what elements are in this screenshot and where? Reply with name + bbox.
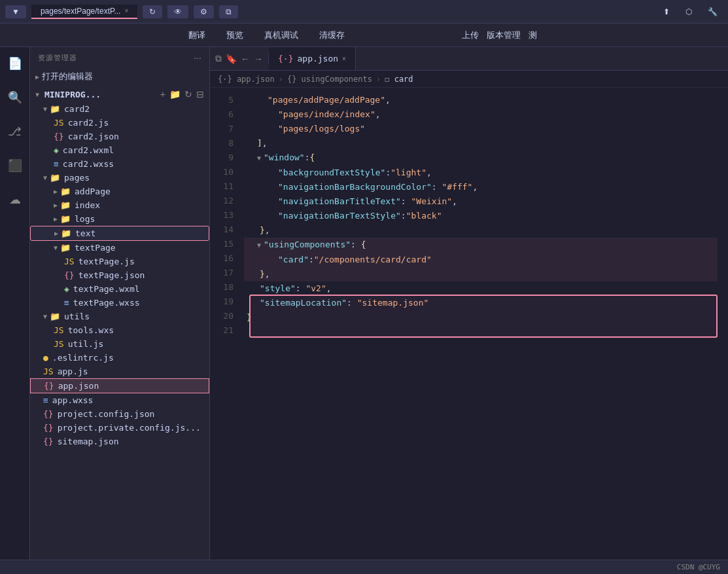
tree-item-textpage[interactable]: ▼ 📁 textPage [30, 241, 209, 255]
tree-item-utiljs[interactable]: JS util.js [30, 337, 209, 351]
breadcrumb-card[interactable]: ☐ card [385, 75, 413, 84]
split-editor-button[interactable]: ⧉ [215, 53, 222, 64]
code-area: 5 6 7 8 9 10 11 12 13 14 15 16 17 18 19 … [210, 88, 728, 560]
tree-item-addpage[interactable]: ▶ 📁 addPage [30, 185, 209, 198]
tree-item-card2wxml[interactable]: ◈ card2.wxml [30, 143, 209, 157]
preview-button[interactable]: 👁 [167, 5, 188, 18]
tree-item-card2json[interactable]: {} card2.json [30, 130, 209, 143]
json-file-icon: {} [44, 381, 54, 391]
collapse-all-button[interactable]: ⊟ [196, 89, 204, 99]
files-icon: 📄 [8, 56, 22, 71]
wxss-file-icon: ≡ [43, 395, 48, 405]
code-line-17: }, [244, 267, 718, 281]
tree-item-label: tools.wxs [68, 325, 114, 335]
tree-item-sitemap[interactable]: {} sitemap.json [30, 435, 209, 448]
menu-bar: 翻译 预览 真机调试 清缓存 上传 版本管理 测 [0, 24, 728, 47]
source-control-icon: ⎇ [8, 124, 22, 139]
new-folder-button[interactable]: 📁 [169, 89, 181, 99]
chevron-icon: ▼ [43, 174, 47, 181]
version-icon-button[interactable]: ⬡ [680, 5, 697, 18]
tree-item-label: app.js [58, 367, 88, 376]
open-editors-label: 打开的编辑器 [42, 71, 93, 82]
tree-item-toolswxs[interactable]: JS tools.wxs [30, 323, 209, 337]
tools-button[interactable]: ⚙ [194, 5, 214, 18]
page-tab[interactable]: pages/textPage/textP... × [31, 5, 137, 19]
layers-button[interactable]: ⧉ [219, 5, 238, 18]
menu-upload[interactable]: 上传 [462, 29, 479, 41]
code-line-11: "navigationBarBackgroundColor": "#fff", [244, 180, 718, 194]
json-file-icon: {} [43, 423, 54, 433]
upload-icon-button[interactable]: ⬆ [658, 5, 675, 18]
search-icon-button[interactable]: 🔍 [4, 86, 26, 109]
tree-item-pages[interactable]: ▼ 📁 pages [30, 171, 209, 185]
folder-icon: 📁 [50, 312, 60, 321]
menu-translate[interactable]: 翻译 [183, 27, 211, 44]
open-editors-section[interactable]: ▶ 打开的编辑器 [30, 68, 209, 85]
tree-item-projectprivate[interactable]: {} project.private.config.js... [30, 421, 209, 435]
cloud-icon: ☁ [9, 192, 21, 207]
code-line-5: "pages/addPage/addPage", [244, 93, 718, 107]
layers-icon: ⧉ [226, 7, 232, 16]
tree-item-utils[interactable]: ▼ 📁 utils [30, 310, 209, 323]
tree-item-card2[interactable]: ▼ 📁 card2 [30, 102, 209, 116]
tree-item-textpagewxss[interactable]: ≡ textPage.wxss [30, 296, 209, 310]
menu-clear-save[interactable]: 清缓存 [314, 27, 350, 44]
refresh-explorer-button[interactable]: ↻ [184, 89, 192, 99]
extensions-icon-button[interactable]: ⬛ [4, 154, 26, 177]
breadcrumb-appjson[interactable]: {·} app.json [218, 75, 275, 84]
breadcrumb-sep1: › [279, 75, 283, 84]
code-line-20: } [244, 310, 718, 325]
breadcrumb-sep2: › [376, 75, 381, 84]
menu-device-debug[interactable]: 真机调试 [259, 27, 303, 44]
folder-icon: 📁 [61, 228, 71, 238]
breadcrumb-usingcomponents[interactable]: {} usingComponents [287, 75, 372, 84]
refresh-button[interactable]: ↻ [143, 5, 162, 18]
cloud-icon-button[interactable]: ☁ [4, 188, 26, 211]
tree-item-textpagewxml[interactable]: ◈ textPage.wxml [30, 282, 209, 296]
tree-item-projectconfig[interactable]: {} project.config.json [30, 407, 209, 421]
tree-item-eslintrc[interactable]: ● .eslintrc.js [30, 351, 209, 365]
chevron-icon: ▼ [43, 313, 47, 320]
app-json-tab[interactable]: {·} app.json × [269, 47, 356, 70]
tree-item-index[interactable]: ▶ 📁 index [30, 198, 209, 212]
tree-item-label: textPage.wxss [73, 298, 140, 308]
tab-close-button[interactable]: × [342, 55, 346, 62]
tree-item-textpagejs[interactable]: JS textPage.js [30, 255, 209, 268]
forward-button[interactable]: → [254, 54, 263, 64]
code-line-15: ▼"usingComponents": { [244, 238, 718, 253]
test-icon-button[interactable]: 🔧 [702, 5, 723, 18]
tools-icon: ⚙ [200, 7, 207, 16]
tab-close-btn[interactable]: × [124, 7, 128, 14]
tree-item-text[interactable]: ▶ 📁 text [30, 226, 209, 241]
dropdown-button[interactable]: ▼ [5, 5, 26, 18]
new-file-button[interactable]: + [160, 89, 165, 99]
explorer-more-button[interactable]: ··· [194, 52, 201, 63]
menu-version-mgmt[interactable]: 版本管理 [487, 29, 521, 41]
search-icon: 🔍 [8, 90, 22, 105]
code-line-18: "style": "v2", [244, 281, 718, 296]
tree-item-textpagejson[interactable]: {} textPage.json [30, 268, 209, 282]
code-line-9: ▼"window":{ [244, 151, 718, 166]
chevron-icon: ▶ [54, 188, 58, 195]
tree-item-appjs[interactable]: JS app.js [30, 365, 209, 378]
back-button[interactable]: ← [241, 54, 250, 64]
code-content[interactable]: "pages/addPage/addPage", "pages/index/in… [244, 93, 728, 554]
menu-test[interactable]: 测 [529, 29, 537, 41]
source-control-icon-button[interactable]: ⎇ [4, 120, 26, 143]
tree-item-logs[interactable]: ▶ 📁 logs [30, 212, 209, 226]
menu-preview[interactable]: 预览 [221, 27, 249, 44]
tree-item-label: text [75, 228, 95, 238]
tree-item-card2js[interactable]: JS card2.js [30, 116, 209, 130]
project-header[interactable]: ▼ MINIPROG... + 📁 ↻ ⊟ [30, 85, 209, 102]
bookmark-button[interactable]: 🔖 [226, 54, 237, 64]
tree-item-appjson[interactable]: {} app.json [30, 378, 209, 393]
wxss-file-icon: ≡ [64, 298, 69, 308]
tree-item-label: utils [64, 312, 90, 321]
tree-item-card2wxss[interactable]: ≡ card2.wxss [30, 157, 209, 171]
chevron-icon: ▶ [54, 215, 58, 223]
files-icon-button[interactable]: 📄 [4, 52, 26, 75]
tree-item-label: addPage [75, 187, 111, 196]
extensions-icon: ⬛ [8, 158, 22, 173]
sidebar-activity-bar: 📄 🔍 ⎇ ⬛ ☁ [0, 47, 30, 560]
tree-item-appwxss[interactable]: ≡ app.wxss [30, 393, 209, 407]
